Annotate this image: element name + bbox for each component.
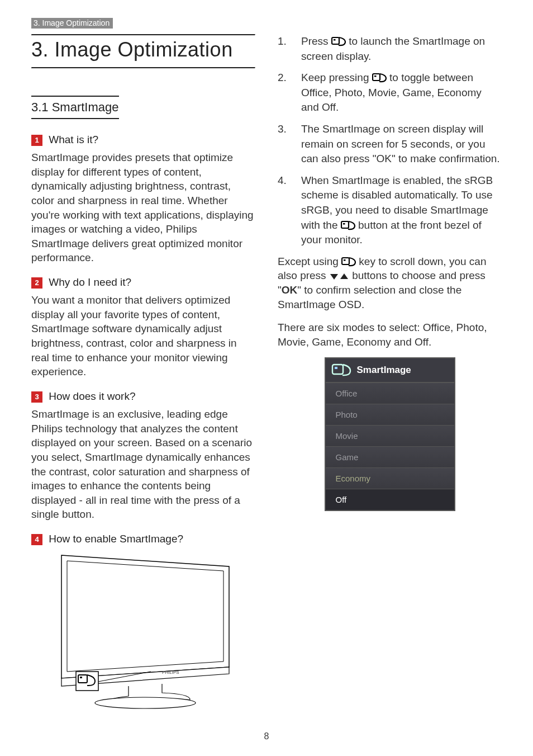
svg-point-4 <box>95 697 196 708</box>
q4-number: 4 <box>31 534 42 545</box>
osd-header: SmartImage <box>326 358 454 382</box>
q3-body: SmartImage is an exclusive, leading edge… <box>31 407 255 522</box>
osd-item-game: Game <box>326 446 454 467</box>
steps-list: Press to launch the SmartImage on screen… <box>278 34 502 248</box>
q4-heading: 4 How to enable SmartImage? <box>31 533 255 545</box>
osd-item-photo: Photo <box>326 404 454 425</box>
q1-number: 1 <box>31 135 42 146</box>
svg-rect-9 <box>332 37 339 44</box>
svg-text:PHILIPS: PHILIPS <box>162 670 179 675</box>
up-arrow-icon <box>340 273 348 279</box>
q3-heading: 3 How does it work? <box>31 390 255 403</box>
q4-title: How to enable SmartImage? <box>49 533 183 545</box>
q2-body: You want a monitor that delivers optimiz… <box>31 293 255 379</box>
q1-title: What is it? <box>49 134 98 145</box>
right-column: Press to launch the SmartImage on screen… <box>278 34 502 712</box>
q2-number: 2 <box>31 277 42 289</box>
osd-title: SmartImage <box>357 365 411 376</box>
page-number: 8 <box>0 731 533 741</box>
svg-rect-15 <box>342 258 349 264</box>
section-title: 3.1 SmartImage <box>31 96 119 119</box>
osd-item-off: Off <box>326 489 454 510</box>
step-1: Press to launch the SmartImage on screen… <box>278 34 502 64</box>
q3-number: 3 <box>31 391 42 403</box>
section-header-tag: 3. Image Optimization <box>31 18 113 29</box>
rule <box>31 67 255 69</box>
svg-rect-7 <box>80 677 82 678</box>
step-2: Keep pressing to toggle between Office, … <box>278 70 502 115</box>
down-arrow-icon <box>330 274 338 280</box>
smartimage-icon <box>341 220 355 230</box>
svg-rect-11 <box>373 74 380 81</box>
q1-heading: 1 What is it? <box>31 134 255 146</box>
smartimage-icon <box>331 363 351 377</box>
osd-menu: SmartImage Office Photo Movie Game Econo… <box>325 357 455 511</box>
q1-body: SmartImage provides presets that optimiz… <box>31 150 255 265</box>
smartimage-icon <box>372 72 387 82</box>
svg-marker-1 <box>67 561 223 672</box>
q3-title: How does it work? <box>49 390 135 402</box>
chapter-title: 3. Image Optimization <box>31 38 255 62</box>
svg-rect-14 <box>343 223 345 225</box>
svg-rect-13 <box>341 221 349 228</box>
osd-item-office: Office <box>326 382 454 404</box>
q2-title: Why do I need it? <box>49 276 131 288</box>
left-column: 3. Image Optimization 3.1 SmartImage 1 W… <box>31 34 255 712</box>
rule <box>31 34 255 36</box>
smartimage-icon <box>341 256 356 266</box>
except-paragraph: Except using key to scroll down, you can… <box>278 254 502 312</box>
smartimage-icon <box>331 36 346 46</box>
osd-item-movie: Movie <box>326 425 454 446</box>
svg-rect-18 <box>335 367 337 369</box>
monitor-illustration: PHILIPS <box>45 550 235 712</box>
svg-rect-10 <box>334 39 336 41</box>
step-4: When SmartImage is enabled, the sRGB sch… <box>278 173 502 248</box>
osd-item-economy: Economy <box>326 467 454 489</box>
svg-rect-16 <box>344 259 346 261</box>
modes-text: There are six modes to select: Office, P… <box>278 320 502 349</box>
svg-rect-12 <box>374 75 377 77</box>
svg-rect-17 <box>332 365 343 374</box>
q2-heading: 2 Why do I need it? <box>31 276 255 289</box>
step-3: The SmartImage on screen display will re… <box>278 122 502 167</box>
